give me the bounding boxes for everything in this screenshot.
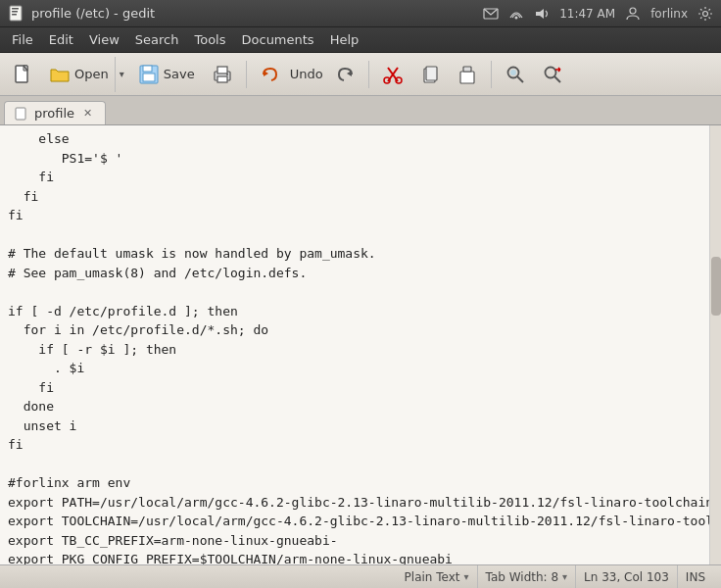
find-icon	[505, 64, 526, 85]
undo-button[interactable]	[253, 57, 288, 92]
svg-rect-26	[463, 67, 471, 72]
svg-line-28	[517, 76, 523, 82]
menu-file[interactable]: File	[4, 30, 41, 49]
cursor-position: Ln 33, Col 103	[584, 570, 669, 584]
network-icon	[508, 6, 524, 22]
menubar: File Edit View Search Tools Documents He…	[0, 27, 721, 53]
menu-edit[interactable]: Edit	[41, 30, 81, 49]
print-button[interactable]	[205, 57, 240, 92]
undo-icon	[260, 64, 281, 85]
titlebar: profile (/etc) - gedit 11:47 AM forlinx	[0, 0, 721, 27]
svg-rect-14	[217, 67, 227, 74]
tab-width-dropdown-arrow[interactable]: ▾	[562, 571, 567, 582]
tab-profile[interactable]: profile ✕	[4, 101, 106, 124]
open-icon	[49, 64, 71, 85]
copy-icon	[419, 64, 441, 85]
titlebar-controls: 11:47 AM forlinx	[483, 6, 713, 22]
redo-button[interactable]	[327, 57, 362, 92]
language-label: Plain Text	[405, 570, 460, 584]
menu-view[interactable]: View	[81, 30, 127, 49]
toolbar-sep-1	[246, 61, 247, 88]
window-title: profile (/etc) - gedit	[31, 6, 155, 21]
redo-icon	[334, 64, 356, 85]
svg-rect-11	[143, 66, 152, 72]
save-button[interactable]: Save	[130, 57, 203, 92]
editor-mode: INS	[686, 570, 705, 584]
svg-rect-2	[12, 11, 18, 13]
paste-button[interactable]	[450, 57, 485, 92]
replace-icon	[542, 64, 563, 85]
svg-point-30	[545, 67, 555, 77]
svg-marker-17	[264, 71, 268, 76]
language-section[interactable]: Plain Text ▾	[397, 565, 478, 588]
find-button[interactable]	[498, 57, 533, 92]
copy-button[interactable]	[412, 57, 448, 92]
paste-icon	[457, 64, 478, 85]
svg-point-8	[703, 11, 708, 16]
svg-rect-3	[12, 14, 17, 16]
replace-button[interactable]	[535, 57, 570, 92]
mode-section: INS	[678, 565, 713, 588]
menu-documents[interactable]: Documents	[234, 30, 322, 49]
settings-icon[interactable]	[697, 6, 713, 22]
menu-help[interactable]: Help	[322, 30, 367, 49]
tab-width-label: Tab Width: 8	[486, 570, 558, 584]
user-icon	[625, 6, 641, 22]
undo-label: Undo	[290, 67, 323, 81]
toolbar-sep-3	[491, 61, 492, 88]
titlebar-left: profile (/etc) - gedit	[8, 5, 155, 23]
svg-rect-32	[16, 108, 25, 120]
cut-icon	[382, 64, 404, 85]
menu-tools[interactable]: Tools	[186, 30, 233, 49]
cut-button[interactable]	[375, 57, 410, 92]
new-icon	[13, 64, 34, 85]
svg-marker-6	[536, 9, 544, 19]
save-icon	[138, 64, 160, 85]
svg-point-29	[510, 70, 516, 75]
open-button[interactable]: Open ▾	[43, 57, 128, 92]
language-dropdown-arrow[interactable]: ▾	[464, 571, 469, 582]
statusbar: Plain Text ▾ Tab Width: 8 ▾ Ln 33, Col 1…	[0, 564, 721, 588]
tab-label: profile	[34, 106, 74, 121]
editor-text[interactable]: else PS1='$ ' fi fi fi # The default uma…	[0, 125, 709, 564]
svg-rect-1	[12, 8, 19, 10]
file-icon	[15, 107, 28, 121]
scrollbar[interactable]	[709, 125, 721, 564]
svg-rect-25	[460, 72, 474, 83]
volume-icon	[534, 6, 550, 22]
svg-point-5	[515, 16, 518, 19]
svg-rect-24	[426, 67, 437, 80]
tab-close-button[interactable]: ✕	[80, 106, 95, 121]
scrollbar-thumb[interactable]	[711, 257, 721, 316]
new-button[interactable]	[6, 57, 41, 92]
tabbar: profile ✕	[0, 96, 721, 125]
editor: else PS1='$ ' fi fi fi # The default uma…	[0, 125, 721, 564]
app-icon	[8, 5, 25, 23]
toolbar: Open ▾ Save Undo	[0, 53, 721, 96]
cursor-position-section: Ln 33, Col 103	[576, 565, 678, 588]
svg-point-16	[226, 74, 228, 75]
svg-point-7	[630, 8, 636, 14]
username: forlinx	[650, 7, 688, 21]
tab-width-section[interactable]: Tab Width: 8 ▾	[478, 565, 577, 588]
toolbar-sep-2	[368, 61, 369, 88]
svg-rect-12	[143, 74, 155, 81]
svg-marker-18	[347, 71, 352, 76]
clock: 11:47 AM	[559, 7, 615, 21]
open-dropdown-arrow[interactable]: ▾	[115, 57, 128, 92]
menu-search[interactable]: Search	[127, 30, 187, 49]
print-icon	[212, 64, 233, 85]
email-icon	[483, 6, 499, 22]
svg-rect-15	[217, 76, 227, 82]
svg-line-31	[554, 76, 560, 82]
